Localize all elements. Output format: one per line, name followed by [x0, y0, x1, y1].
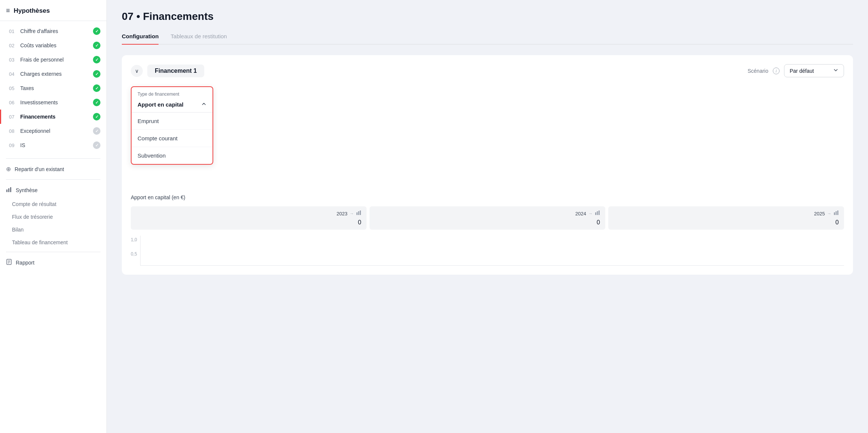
dropdown-option-compte-courant[interactable]: Compte courant — [132, 130, 213, 147]
item-num-01: 01 — [9, 29, 17, 34]
year-cell-2025: 2025 → 0 — [608, 206, 844, 230]
bar-chart-icon-2023 — [356, 210, 361, 217]
sidebar-item-investissements[interactable]: 06 Investissements — [0, 95, 106, 110]
scenario-label: Scénario — [748, 68, 768, 74]
divider-2 — [6, 179, 100, 180]
compte-resultat-label: Compte de résultat — [12, 201, 56, 207]
item-num-04: 04 — [9, 71, 17, 77]
year-cell-2024: 2024 → 0 — [370, 206, 605, 230]
scenario-select[interactable]: Par défaut — [784, 64, 844, 77]
sidebar-sub-compte-resultat[interactable]: Compte de résultat — [0, 198, 106, 210]
sidebar-item-frais-personnel[interactable]: 03 Frais de personnel — [0, 53, 106, 67]
collapse-button[interactable]: ∨ — [131, 65, 143, 77]
check-icon-gray-08 — [93, 127, 100, 135]
divider-1 — [6, 158, 100, 159]
year-arrow-2024: → — [588, 211, 593, 216]
dropdown-option-emprunt[interactable]: Emprunt — [132, 113, 213, 130]
year-value-2025: 0 — [835, 219, 839, 226]
check-icon-01 — [93, 27, 100, 35]
bar-chart-icon-2024 — [595, 210, 600, 217]
item-num-08: 08 — [9, 128, 17, 134]
divider-3 — [6, 252, 100, 252]
check-icon-07 — [93, 113, 100, 120]
year-header-2024: 2024 → — [575, 210, 600, 217]
sidebar-item-taxes[interactable]: 05 Taxes — [0, 81, 106, 95]
item-label-05: Taxes — [20, 85, 90, 91]
dropdown-selected[interactable]: Apport en capital — [132, 98, 213, 113]
dropdown-header-label: Type de financement — [132, 87, 213, 98]
sidebar-item-charges-externes[interactable]: 04 Charges externes — [0, 67, 106, 81]
svg-rect-2 — [10, 187, 11, 192]
dropdown-option-subvention[interactable]: Subvention — [132, 147, 213, 164]
item-num-07: 07 — [9, 114, 17, 120]
rapport-label: Rapport — [16, 260, 34, 266]
main-content: 07 • Financements Configuration Tableaux… — [107, 0, 868, 433]
sidebar-item-financements[interactable]: 07 Financements — [0, 110, 106, 124]
sidebar-item-exceptionnel[interactable]: 08 Exceptionnel — [0, 124, 106, 138]
check-icon-03 — [93, 56, 100, 63]
chevron-up-icon — [201, 101, 207, 108]
tab-tableaux[interactable]: Tableaux de restitution — [171, 30, 227, 45]
sidebar: ≡ Hypothèses 01 Chiffre d'affaires 02 Co… — [0, 0, 107, 433]
chart-y-label-1: 1,0 — [131, 237, 137, 242]
item-num-09: 09 — [9, 143, 17, 148]
year-header-2025: 2025 → — [814, 210, 839, 217]
sidebar-item-couts-variables[interactable]: 02 Coûts variables — [0, 38, 106, 53]
repartir-label: Repartir d'un existant — [15, 166, 64, 172]
tableau-financement-label: Tableau de financement — [12, 239, 68, 245]
item-num-06: 06 — [9, 100, 17, 105]
scenario-info-icon[interactable]: i — [773, 68, 780, 74]
synthese-icon — [6, 186, 12, 194]
sidebar-sub-flux-tresorerie[interactable]: Flux de trésorerie — [0, 210, 106, 223]
item-label-02: Coûts variables — [20, 42, 90, 48]
page-body: ∨ Financement 1 Scénario i Par défaut — [107, 45, 868, 433]
svg-rect-1 — [8, 188, 9, 192]
year-arrow-2023: → — [350, 211, 354, 216]
year-header-2023: 2023 → — [337, 210, 361, 217]
svg-rect-11 — [597, 211, 598, 215]
bar-chart-icon-2025 — [834, 210, 839, 217]
sidebar-sub-tableau-financement[interactable]: Tableau de financement — [0, 236, 106, 249]
page-header: 07 • Financements Configuration Tableaux… — [107, 0, 868, 45]
year-cells-row: 2023 → 0 — [131, 206, 844, 230]
check-icon-gray-09 — [93, 141, 100, 149]
financement-name: Financement 1 — [147, 65, 204, 77]
svg-rect-15 — [837, 210, 838, 215]
card-left: ∨ Financement 1 — [131, 65, 204, 77]
svg-rect-12 — [599, 210, 600, 215]
item-label-03: Frais de personnel — [20, 57, 90, 63]
year-label-2023: 2023 — [337, 211, 347, 216]
chart-y-label-2: 0,5 — [131, 251, 137, 257]
item-label-08: Exceptionnel — [20, 128, 90, 134]
item-label-06: Investissements — [20, 99, 90, 105]
item-num-05: 05 — [9, 86, 17, 91]
sidebar-group-synthese[interactable]: Synthèse — [0, 183, 106, 198]
tab-configuration[interactable]: Configuration — [122, 30, 159, 45]
sidebar-item-chiffre-affaires[interactable]: 01 Chiffre d'affaires — [0, 24, 106, 38]
sidebar-nav-items: 01 Chiffre d'affaires 02 Coûts variables… — [0, 21, 106, 155]
sidebar-group-rapport[interactable]: Rapport — [0, 255, 106, 270]
repartir-icon: ⊕ — [6, 165, 11, 173]
item-num-03: 03 — [9, 57, 17, 63]
item-label-09: IS — [20, 142, 90, 148]
dropdown-selected-value: Apport en capital — [138, 101, 184, 108]
page-title: 07 • Financements — [122, 11, 853, 23]
card-top: ∨ Financement 1 Scénario i Par défaut — [131, 64, 844, 77]
scenario-chevron-icon — [833, 68, 838, 74]
sidebar-item-is[interactable]: 09 IS — [0, 138, 106, 152]
section-content: Apport en capital (en €) 2023 → — [131, 86, 844, 266]
item-label-01: Chiffre d'affaires — [20, 28, 90, 34]
year-label-2024: 2024 — [575, 211, 586, 216]
year-label-2025: 2025 — [814, 211, 825, 216]
sidebar-group-repartir[interactable]: ⊕ Repartir d'un existant — [0, 162, 106, 176]
financement-card: ∨ Financement 1 Scénario i Par défaut — [122, 55, 853, 275]
chart-area: 1,0 0,5 — [131, 236, 844, 266]
year-arrow-2025: → — [827, 211, 831, 216]
sidebar-sub-bilan[interactable]: Bilan — [0, 223, 106, 236]
sidebar-header: ≡ Hypothèses — [0, 0, 106, 21]
flux-tresorerie-label: Flux de trésorerie — [12, 214, 53, 220]
svg-rect-0 — [6, 189, 7, 192]
bilan-label: Bilan — [12, 227, 24, 233]
check-icon-06 — [93, 99, 100, 106]
item-label-07: Financements — [20, 114, 90, 120]
